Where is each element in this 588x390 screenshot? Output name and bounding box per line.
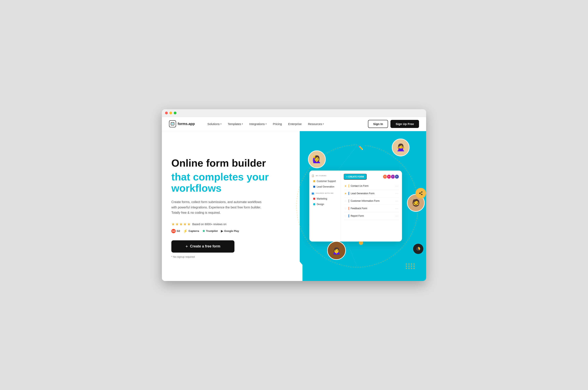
review-text: Based on 6000+ reviews on bbox=[192, 223, 226, 226]
close-dot[interactable] bbox=[165, 112, 168, 114]
avatar-person3: 🙍‍♀️ bbox=[327, 241, 346, 260]
navbar: forms.app Solutions ▾ Templates ▾ Integr… bbox=[162, 117, 426, 131]
dashboard-inner: 📋 MY FORMS Customer Support Lead Generat… bbox=[309, 171, 402, 242]
platforms-row: G2 G2 ⚡ Capterra ★ Trustpilot ▶ Google P… bbox=[171, 229, 282, 233]
nav-pricing[interactable]: Pricing bbox=[270, 121, 285, 127]
browser-titlebar bbox=[162, 109, 426, 117]
dots-decoration-br bbox=[406, 263, 415, 269]
forms-icon: 📋 bbox=[312, 175, 314, 177]
svg-line-8 bbox=[420, 192, 421, 193]
shared-with-me-label: 👥 SHARED WITH ME bbox=[312, 192, 338, 195]
create-form-button[interactable]: + Create a free form bbox=[171, 240, 235, 252]
form-color-bar bbox=[348, 184, 349, 188]
dashboard-main: + CREATE FORM A B C D ★ bbox=[341, 171, 402, 242]
maximize-dot[interactable] bbox=[174, 112, 177, 114]
folder-dot bbox=[313, 198, 315, 200]
more-options-icon[interactable]: ⋯ bbox=[395, 199, 398, 203]
capterra-badge[interactable]: ⚡ Capterra bbox=[183, 229, 199, 233]
form-item-feedback[interactable]: ☆ Feedback Form ⋯ bbox=[343, 205, 399, 212]
svg-line-7 bbox=[420, 194, 421, 195]
star-rating: ★ ★ ★ ★ ★ bbox=[171, 222, 191, 227]
more-options-icon[interactable]: ⋯ bbox=[395, 214, 398, 218]
hero-right: 🙋‍♀️ 🙅‍♀️ 🙍‍♀️ 🧔 ✏️ bbox=[289, 131, 426, 281]
folder-design[interactable]: Design bbox=[312, 202, 338, 207]
form-name: Lead Generation Form bbox=[351, 192, 393, 195]
more-options-icon[interactable]: ⋯ bbox=[395, 207, 398, 210]
star-3: ★ bbox=[179, 222, 183, 227]
folder-lead-generation[interactable]: Lead Generation bbox=[312, 184, 338, 189]
hero-title: Online form builder bbox=[171, 157, 282, 169]
share-icon[interactable] bbox=[415, 188, 426, 198]
folder-marketing[interactable]: Marketing bbox=[312, 196, 338, 201]
chevron-icon: ▾ bbox=[323, 123, 324, 125]
plus-icon: + bbox=[186, 244, 188, 249]
cta-label: Create a free form bbox=[190, 244, 220, 248]
star-icon: ☆ bbox=[344, 207, 347, 210]
hero-description: Create forms, collect form submissions, … bbox=[171, 199, 262, 215]
form-item-contact[interactable]: ★ Contact Us Form ⋯ bbox=[343, 182, 399, 190]
nav-solutions[interactable]: Solutions ▾ bbox=[204, 121, 225, 127]
svg-rect-0 bbox=[171, 122, 174, 125]
svg-point-4 bbox=[421, 192, 423, 193]
form-item-report[interactable]: ☆ Report Form ⋯ bbox=[343, 212, 399, 220]
svg-point-5 bbox=[419, 193, 420, 194]
chevron-icon: ▾ bbox=[242, 123, 243, 125]
hero-left: Online form builder that completes your … bbox=[162, 131, 289, 281]
form-color-bar bbox=[348, 192, 349, 195]
nav-resources[interactable]: Resources ▾ bbox=[305, 121, 327, 127]
star-2: ★ bbox=[175, 222, 179, 227]
form-name: Contact Us Form bbox=[351, 185, 393, 187]
more-options-icon[interactable]: ⋯ bbox=[395, 184, 398, 188]
avatar-person1: 🙋‍♀️ bbox=[308, 150, 326, 168]
star-4: ★ bbox=[183, 222, 187, 227]
nav-enterprise[interactable]: Enterprise bbox=[285, 121, 305, 127]
g2-icon: G2 bbox=[171, 229, 176, 233]
shared-icon: 👥 bbox=[312, 192, 314, 195]
form-color-bar bbox=[348, 207, 349, 210]
hero-subtitle: that completes your workflows bbox=[171, 171, 282, 194]
googleplay-icon: ▶ bbox=[221, 229, 223, 233]
folder-dot bbox=[313, 203, 315, 205]
folder-dot bbox=[313, 186, 315, 188]
browser-window: forms.app Solutions ▾ Templates ▾ Integr… bbox=[162, 109, 426, 281]
star-icon: ★ bbox=[344, 184, 347, 188]
no-signup-text: * No signup required bbox=[171, 255, 282, 258]
form-color-bar bbox=[348, 199, 349, 202]
avatar-person2: 🙅‍♀️ bbox=[392, 139, 410, 156]
star-5: ★ bbox=[187, 222, 191, 227]
dashboard-card: 📋 MY FORMS Customer Support Lead Generat… bbox=[309, 171, 402, 242]
signup-button[interactable]: Sign Up Free bbox=[391, 120, 419, 128]
star-icon: ☆ bbox=[344, 214, 347, 217]
logo[interactable]: forms.app bbox=[169, 120, 195, 127]
form-name: Customer Information Form bbox=[351, 199, 393, 202]
svg-point-6 bbox=[421, 194, 423, 195]
nav-templates[interactable]: Templates ▾ bbox=[225, 121, 246, 127]
capterra-icon: ⚡ bbox=[183, 229, 188, 233]
star-icon: ☆ bbox=[344, 199, 347, 202]
page-content: forms.app Solutions ▾ Templates ▾ Integr… bbox=[162, 117, 426, 281]
folder-customer-support[interactable]: Customer Support bbox=[312, 179, 338, 184]
more-options-icon[interactable]: ⋯ bbox=[395, 192, 398, 195]
logo-icon bbox=[169, 120, 176, 127]
chevron-icon: ▾ bbox=[266, 123, 267, 125]
nav-integrations[interactable]: Integrations ▾ bbox=[246, 121, 270, 127]
dashboard-sidebar: 📋 MY FORMS Customer Support Lead Generat… bbox=[309, 171, 341, 242]
trustpilot-badge[interactable]: ★ Trustpilot bbox=[202, 229, 218, 233]
star-1: ★ bbox=[171, 222, 175, 227]
googleplay-badge[interactable]: ▶ Google Play bbox=[221, 229, 239, 233]
minimize-dot[interactable] bbox=[169, 112, 172, 114]
folder-dot bbox=[313, 180, 315, 182]
dashboard-top-bar: + CREATE FORM A B C D bbox=[343, 174, 399, 180]
nav-actions: Sign In Sign Up Free bbox=[368, 120, 419, 128]
form-item-lead[interactable]: ★ Lead Generation Form ⋯ bbox=[343, 190, 399, 197]
pencil-icon[interactable]: ✏️ bbox=[356, 143, 366, 153]
g2-badge[interactable]: G2 G2 bbox=[171, 229, 180, 233]
chevron-icon: ▾ bbox=[220, 123, 221, 125]
form-item-customer-info[interactable]: ☆ Customer Information Form ⋯ bbox=[343, 197, 399, 205]
star-icon: ★ bbox=[344, 192, 347, 195]
create-form-btn[interactable]: + CREATE FORM bbox=[343, 174, 367, 180]
nav-links: Solutions ▾ Templates ▾ Integrations ▾ P… bbox=[204, 121, 368, 127]
signin-button[interactable]: Sign In bbox=[368, 120, 388, 128]
chart-icon[interactable] bbox=[413, 244, 423, 254]
logo-text: forms.app bbox=[178, 122, 195, 126]
